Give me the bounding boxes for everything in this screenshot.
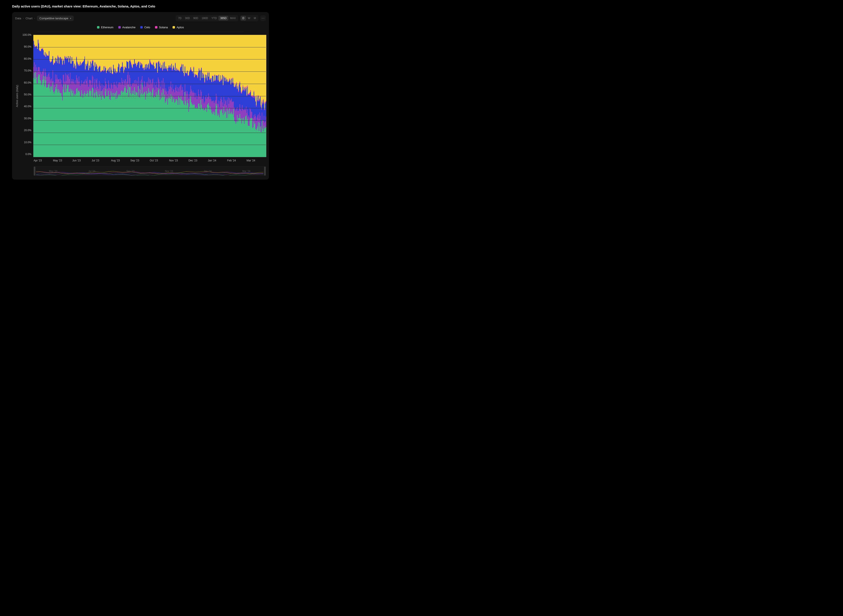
bar-seg-celo <box>266 102 266 117</box>
y-tick: 50.0% <box>19 93 31 96</box>
granularity-m[interactable]: M <box>252 16 258 21</box>
toolbar: Data › Chart › Competitive landscape ▾ 7… <box>15 15 266 21</box>
legend-item-celo[interactable]: Celo <box>140 26 150 29</box>
legend-label: Celo <box>144 26 150 29</box>
legend-label: Ethereum <box>101 26 113 29</box>
more-menu-button[interactable]: ⋯ <box>260 15 266 21</box>
x-axis-ticks: Apr '23May '23Jun '23Jul '23Aug '23Sep '… <box>34 159 266 162</box>
brush-tick: Jul '23 <box>72 170 111 172</box>
range-7d[interactable]: 7D <box>176 16 183 21</box>
page-title: Daily active users (DAU), market share v… <box>12 4 269 8</box>
legend-swatch <box>97 26 99 28</box>
breadcrumb: Data › Chart › Competitive landscape ▾ <box>15 16 74 21</box>
y-tick: 100.0% <box>19 33 31 37</box>
breadcrumb-data[interactable]: Data <box>15 17 21 20</box>
legend-swatch <box>155 26 157 28</box>
brush-tick: Nov '23 <box>150 170 188 172</box>
y-tick: 20.0% <box>19 129 31 132</box>
brush-handle-right[interactable] <box>264 167 266 175</box>
y-tick: 80.0% <box>19 57 31 60</box>
range-30d[interactable]: 30D <box>183 16 192 21</box>
chart-panel: Data › Chart › Competitive landscape ▾ 7… <box>12 12 269 180</box>
brush-tick: Mar '24 <box>227 170 266 172</box>
grid-line <box>33 108 266 109</box>
y-tick: 10.0% <box>19 141 31 144</box>
legend: EthereumAvalancheCeloSolanaAptos <box>37 25 244 32</box>
x-tick: Sep '23 <box>130 159 150 162</box>
y-tick: 40.0% <box>19 105 31 108</box>
x-tick: Jun '23 <box>72 159 91 162</box>
chart-area: Active users (daily) 100.0%90.0%80.0%70.… <box>15 35 266 157</box>
y-tick: 90.0% <box>19 45 31 48</box>
x-tick: Aug '23 <box>111 159 130 162</box>
legend-swatch <box>118 26 121 28</box>
x-tick: Oct '23 <box>150 159 169 162</box>
legend-swatch <box>172 26 175 28</box>
y-tick: 30.0% <box>19 117 31 120</box>
x-tick: Dec '23 <box>188 159 208 162</box>
x-tick: Jul '23 <box>92 159 111 162</box>
legend-item-aptos[interactable]: Aptos <box>172 26 184 29</box>
range-max[interactable]: MAX <box>228 16 238 21</box>
x-tick: Jan '24 <box>208 159 227 162</box>
range-365d[interactable]: 365D <box>218 16 228 21</box>
y-tick: 0.0% <box>19 153 31 156</box>
time-brush[interactable]: May '23Jul '23Sep '23Nov '23Jan '24Mar '… <box>34 166 266 176</box>
right-controls: 7D30D90D180DYTD365DMAX DWM ⋯ <box>176 15 266 21</box>
y-tick: 70.0% <box>19 69 31 72</box>
y-tick: 60.0% <box>19 81 31 84</box>
y-axis-ticks: 100.0%90.0%80.0%70.0%60.0%50.0%40.0%30.0… <box>19 33 33 156</box>
chevron-right-icon: › <box>23 17 24 19</box>
legend-label: Aptos <box>177 26 184 29</box>
dots-icon: ⋯ <box>262 16 265 20</box>
brush-ticks: May '23Jul '23Sep '23Nov '23Jan '24Mar '… <box>34 167 266 175</box>
range-180d[interactable]: 180D <box>200 16 210 21</box>
granularity-d[interactable]: D <box>241 16 246 21</box>
grid-line <box>33 145 266 145</box>
chevron-right-icon: › <box>34 17 35 19</box>
legend-swatch <box>140 26 143 28</box>
time-range-group: 7D30D90D180DYTD365DMAX <box>176 15 238 21</box>
bar-seg-avalanche <box>266 116 266 127</box>
bar-seg-aptos <box>266 35 266 101</box>
brush-tick: Sep '23 <box>111 170 150 172</box>
y-axis-label: Active users (daily) <box>15 85 19 107</box>
granularity-w[interactable]: W <box>246 16 252 21</box>
breadcrumb-chart[interactable]: Chart <box>25 17 32 20</box>
legend-item-solana[interactable]: Solana <box>155 26 168 29</box>
bar-seg-ethereum <box>266 127 266 157</box>
grid-line <box>33 47 266 47</box>
granularity-group: DWM <box>240 15 258 21</box>
view-dropdown[interactable]: Competitive landscape ▾ <box>37 16 74 21</box>
x-tick: Apr '23 <box>34 159 53 162</box>
legend-item-avalanche[interactable]: Avalanche <box>118 26 135 29</box>
plot-area[interactable]: token terminal_ <box>33 35 266 157</box>
range-90d[interactable]: 90D <box>192 16 200 21</box>
range-ytd[interactable]: YTD <box>210 16 218 21</box>
x-tick: Nov '23 <box>169 159 188 162</box>
x-tick: Mar '24 <box>247 159 266 162</box>
legend-label: Solana <box>159 26 168 29</box>
brush-tick: May '23 <box>34 170 72 172</box>
brush-handle-left[interactable] <box>34 167 35 175</box>
x-tick: May '23 <box>53 159 72 162</box>
chevron-down-icon: ▾ <box>70 17 71 19</box>
view-dropdown-label: Competitive landscape <box>40 17 69 20</box>
legend-item-ethereum[interactable]: Ethereum <box>97 26 113 29</box>
x-tick: Feb '24 <box>227 159 247 162</box>
legend-label: Avalanche <box>122 26 135 29</box>
brush-tick: Jan '24 <box>188 170 227 172</box>
